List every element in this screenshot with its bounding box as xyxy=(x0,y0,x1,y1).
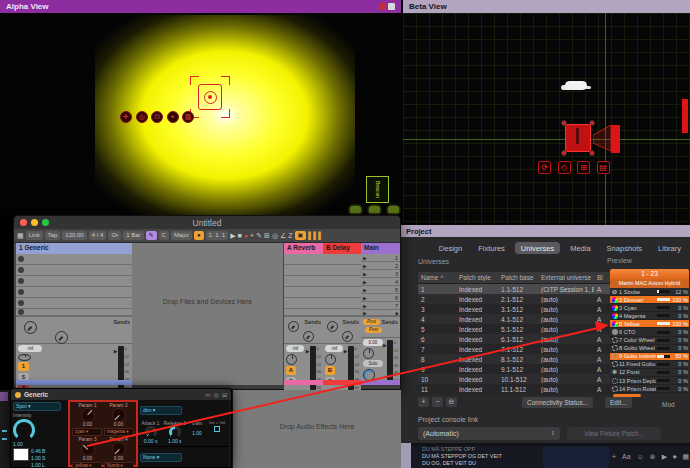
emoji-icon[interactable]: ☺ xyxy=(637,452,644,461)
clip-slot[interactable] xyxy=(284,287,323,298)
apps-icon[interactable]: ▦ xyxy=(683,452,690,461)
clip-slot[interactable] xyxy=(284,254,323,265)
device-titlebar[interactable]: Generic ▭ ◎ ⊟ xyxy=(11,389,231,400)
column-header[interactable]: Name ^ xyxy=(418,274,456,281)
metronome-button[interactable]: ● xyxy=(194,231,204,240)
send-a-knob[interactable] xyxy=(24,321,37,334)
clip-slot[interactable] xyxy=(284,265,323,276)
arrangement-position-field[interactable]: 1. 1. 1 xyxy=(206,231,229,240)
volume-field[interactable]: 0.00 xyxy=(363,339,383,346)
live-titlebar[interactable]: Untitled xyxy=(14,216,400,229)
param2-target-dropdown[interactable]: magenta ▾ xyxy=(104,428,134,436)
patch-icon[interactable]: ⊞ xyxy=(577,161,590,174)
target-icon[interactable]: ⌖ xyxy=(167,111,179,123)
console-link-dropdown[interactable]: (Automatic) ⇕ xyxy=(418,427,560,440)
preview-param-row[interactable]: 5 Yellow100 % xyxy=(610,320,689,328)
device-view-drop-area[interactable]: Drop Audio Effects Here xyxy=(232,390,401,468)
track-header[interactable]: Main xyxy=(361,243,400,254)
tab-universes[interactable]: Universes xyxy=(515,242,560,254)
add-universe-button[interactable]: + xyxy=(418,397,429,407)
param-slider[interactable] xyxy=(657,371,670,374)
stop-button[interactable]: ■ xyxy=(238,231,242,240)
env2-source-dropdown[interactable]: None ▾ xyxy=(140,453,182,462)
preview-param-row[interactable]: 8 Gobo Wheel0 % xyxy=(610,345,689,353)
video-icon[interactable]: ▶ xyxy=(662,452,667,461)
table-row[interactable]: 2Indexed2.1-512(auto)A xyxy=(418,294,610,304)
clip-slot[interactable] xyxy=(323,298,361,309)
preview-param-row[interactable]: ✻12 Frost0 % xyxy=(610,369,689,377)
track-activator-button[interactable]: A xyxy=(286,366,296,375)
clip-slot[interactable] xyxy=(16,276,132,287)
project-titlebar[interactable]: Project xyxy=(400,225,690,237)
pan-knob[interactable] xyxy=(325,354,336,365)
link-button[interactable]: Link xyxy=(26,231,43,240)
clip-slot[interactable] xyxy=(323,287,361,298)
send-a-knob[interactable] xyxy=(327,321,338,332)
track-activator-button[interactable]: B xyxy=(325,366,335,375)
tab-library[interactable]: Library xyxy=(652,242,687,254)
alpha-view-titlebar[interactable]: Alpha View xyxy=(0,0,401,13)
groove-selector[interactable]: O• xyxy=(108,231,121,240)
clip-slot[interactable] xyxy=(323,276,361,287)
window-button-icon[interactable] xyxy=(379,3,386,10)
text-format-icon[interactable]: Aa xyxy=(622,452,631,461)
param-slider[interactable] xyxy=(657,331,670,334)
key-selector[interactable]: C xyxy=(159,231,169,240)
clip-slot[interactable] xyxy=(16,254,132,265)
preview-fixture-name[interactable]: Martin MAC Axiom Hybrid xyxy=(610,279,689,288)
grid-icon[interactable]: ▥ xyxy=(182,111,194,123)
tap-tempo-button[interactable]: Tap xyxy=(45,231,61,240)
view-fixture-patch-button[interactable]: View Fixture Patch... xyxy=(567,427,661,440)
release1-knob[interactable] xyxy=(169,426,181,438)
draw-mode-icon[interactable]: ✎ xyxy=(256,231,262,240)
move-icon[interactable]: ✛ xyxy=(120,111,132,123)
record-button[interactable]: ● xyxy=(244,231,248,240)
preview-param-row[interactable]: 2 Dimmer100 % xyxy=(610,296,689,304)
scene-slot[interactable]: ▶5 xyxy=(361,286,400,294)
param3-knob[interactable] xyxy=(81,442,95,456)
param2-knob[interactable] xyxy=(112,408,126,422)
env1-source-dropdown[interactable]: dim ▾ xyxy=(140,406,182,415)
power-icon[interactable]: ⏻ xyxy=(151,111,163,123)
preset-dropdown[interactable]: Spot ▾ xyxy=(13,402,61,411)
clip-slot[interactable] xyxy=(284,276,323,287)
follow-icon[interactable]: ◎ xyxy=(272,231,278,240)
quantize-selector[interactable]: 1 Bar xyxy=(123,231,143,240)
param1-target-dropdown[interactable]: cyan ▾ xyxy=(72,428,102,436)
preview-volume-knob[interactable] xyxy=(363,369,375,381)
beta-view-titlebar[interactable]: Beta View xyxy=(403,0,690,13)
tab-snapshots[interactable]: Snapshots xyxy=(601,242,648,254)
table-row[interactable]: 7Indexed7.1-512(auto)A xyxy=(418,344,610,354)
clip-stop-row[interactable] xyxy=(284,309,323,316)
remove-universe-button[interactable]: − xyxy=(432,397,443,407)
param-slider[interactable] xyxy=(657,387,670,390)
gain-value[interactable]: 1.00 xyxy=(188,430,205,436)
param3-target-dropdown[interactable]: yellow ▾ xyxy=(72,462,102,468)
table-row[interactable]: 8Indexed8.1-512(auto)A xyxy=(418,354,610,364)
scene-slot[interactable]: ▶2 xyxy=(361,262,400,270)
play-button[interactable]: ▶ xyxy=(230,231,235,240)
clip-slot[interactable] xyxy=(16,265,132,276)
scene-slot[interactable]: ▶3 xyxy=(361,270,400,278)
table-row[interactable]: 9Indexed9.1-512(auto)A xyxy=(418,364,610,374)
column-header[interactable]: Patch base xyxy=(498,274,538,281)
sticker-icon[interactable]: ⊛ xyxy=(650,452,656,461)
param-slider[interactable] xyxy=(657,347,670,350)
device-window-icon[interactable]: ⊟ xyxy=(222,391,227,398)
table-row[interactable]: 10Indexed10.1-512(auto)A xyxy=(418,374,610,384)
scale-selector[interactable]: Major xyxy=(171,231,192,240)
list-icon[interactable]: ▤ xyxy=(597,161,610,174)
clip-slot[interactable] xyxy=(16,287,132,298)
track-activator-button[interactable]: 1 xyxy=(18,362,29,371)
preview-channel-range[interactable]: 1 - 23 xyxy=(610,269,689,279)
mic-icon[interactable]: ⏺ xyxy=(673,452,677,461)
volume-field[interactable]: -Inf xyxy=(286,345,304,352)
midi-map-icon[interactable]: ▣ xyxy=(295,231,307,240)
send-a-mode-button[interactable]: Post xyxy=(363,319,380,325)
table-row[interactable]: 6Indexed6.1-512(auto)A xyxy=(418,334,610,344)
plus-icon[interactable]: + xyxy=(612,452,616,461)
beacon-fixture[interactable]: Beacon xyxy=(366,176,389,203)
column-header[interactable]: Patch style xyxy=(456,274,498,281)
table-row[interactable]: 4Indexed4.1-512(auto)A xyxy=(418,314,610,324)
session-drop-area[interactable]: Drop Files and Devices Here xyxy=(132,243,283,385)
